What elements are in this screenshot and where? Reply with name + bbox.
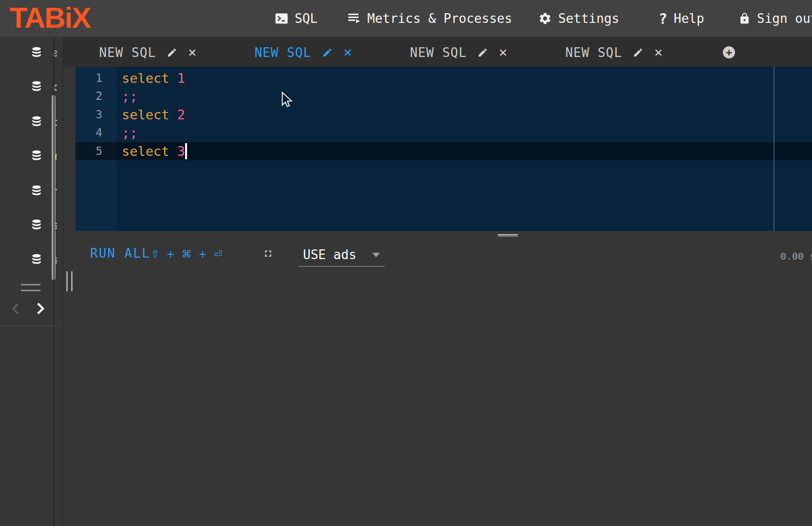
database-item[interactable]: s bbox=[0, 216, 57, 234]
database-item[interactable]: c bbox=[0, 78, 57, 95]
tab-label: NEW SQL bbox=[410, 45, 467, 60]
database-item[interactable]: n bbox=[0, 182, 57, 200]
tab-new-sql-4[interactable]: NEW SQL × bbox=[536, 38, 692, 67]
line-number: 4 bbox=[76, 124, 102, 142]
chevron-down-icon bbox=[372, 253, 380, 257]
question-mark-icon: ? bbox=[659, 10, 667, 27]
nav-help-label: Help bbox=[674, 11, 704, 26]
tab-new-sql-1[interactable]: NEW SQL × bbox=[70, 38, 226, 67]
nav-sql-label: SQL bbox=[295, 11, 318, 26]
close-icon[interactable]: × bbox=[188, 45, 196, 59]
nav-sql[interactable]: SQL bbox=[275, 0, 318, 37]
code-text: select 1 bbox=[122, 69, 185, 87]
database-icon bbox=[30, 253, 43, 266]
code-text: ;; bbox=[122, 87, 138, 105]
chevron-right-icon[interactable] bbox=[36, 302, 45, 317]
close-icon[interactable]: × bbox=[343, 45, 352, 59]
edit-pencil-icon[interactable] bbox=[633, 47, 643, 58]
code-text: select 3 bbox=[122, 142, 185, 160]
tab-new-sql-2-active[interactable]: NEW SQL × bbox=[226, 38, 381, 67]
line-number: 2 bbox=[76, 87, 102, 105]
run-shortcut-hint: ⇧ + ⌘ + ⏎ bbox=[151, 248, 222, 260]
mouse-pointer-icon bbox=[281, 92, 293, 109]
database-sidebar: a c c m n s s bbox=[0, 37, 57, 526]
database-icon bbox=[30, 150, 43, 162]
line-number: 3 bbox=[76, 106, 102, 124]
editor-line: 1 select 1 bbox=[76, 69, 812, 87]
edit-pencil-icon[interactable] bbox=[322, 47, 333, 58]
use-database-value: USE ads bbox=[303, 247, 357, 262]
nav-help[interactable]: ? Help bbox=[659, 0, 704, 37]
database-icon bbox=[30, 115, 43, 128]
header: TABiX SQL Metrics & Processes Settings ?… bbox=[0, 0, 812, 37]
close-icon[interactable]: × bbox=[499, 45, 507, 59]
use-database-select[interactable]: USE ads bbox=[298, 244, 385, 267]
nav-metrics-processes[interactable]: Metrics & Processes bbox=[347, 0, 512, 37]
sql-editor[interactable]: 1 select 1 2 ;; 3 select 2 4 ;; 5 select… bbox=[76, 67, 812, 231]
query-tab-bar: NEW SQL × NEW SQL × NEW SQL × NEW SQL × … bbox=[63, 38, 812, 67]
nav-sign-out[interactable]: Sign out bbox=[738, 0, 812, 37]
nav-signout-label: Sign out bbox=[757, 11, 812, 26]
nav-settings[interactable]: Settings bbox=[538, 0, 619, 37]
tab-label: NEW SQL bbox=[565, 45, 622, 60]
gear-icon bbox=[538, 12, 552, 25]
sidebar-border bbox=[54, 37, 55, 526]
database-item[interactable]: a bbox=[0, 44, 57, 61]
query-toolbar: RUN ALL ⇧ + ⌘ + ⏎ USE ads 0.00 s bbox=[63, 231, 812, 275]
line-number: 1 bbox=[76, 69, 102, 87]
code-text: select 2 bbox=[122, 106, 185, 124]
sidebar-resize-handle[interactable] bbox=[21, 290, 40, 291]
plus-icon: + bbox=[726, 47, 732, 58]
database-icon bbox=[30, 80, 43, 93]
tab-label: NEW SQL bbox=[254, 45, 311, 60]
lock-icon bbox=[738, 12, 751, 25]
database-item[interactable]: c bbox=[0, 113, 57, 131]
editor-line: 2 ;; bbox=[76, 87, 812, 105]
database-icon bbox=[30, 46, 43, 59]
edit-pencil-icon[interactable] bbox=[167, 47, 177, 58]
database-item[interactable]: s bbox=[0, 251, 57, 268]
database-icon bbox=[30, 185, 43, 197]
close-icon[interactable]: × bbox=[654, 45, 662, 59]
chevron-left-icon[interactable] bbox=[12, 303, 19, 317]
editor-line: 4 ;; bbox=[76, 124, 812, 142]
database-icon bbox=[30, 219, 43, 231]
run-all-button[interactable]: RUN ALL bbox=[90, 246, 151, 261]
editor-resize-grip[interactable] bbox=[498, 234, 518, 237]
database-item[interactable]: m bbox=[0, 147, 57, 165]
terminal-icon bbox=[275, 13, 288, 24]
tabix-app: { "header": { "logo": "TABiX", "nav": [ … bbox=[0, 0, 812, 526]
editor-line: 3 select 2 bbox=[76, 106, 812, 124]
sidebar-bottom-divider bbox=[0, 325, 57, 326]
add-tab-button[interactable]: + bbox=[723, 46, 735, 58]
nav-metrics-label: Metrics & Processes bbox=[367, 11, 512, 26]
text-cursor bbox=[185, 143, 187, 159]
process-list-icon bbox=[347, 12, 361, 25]
query-timer: 0.00 s bbox=[780, 250, 812, 262]
code-text: ;; bbox=[122, 124, 138, 142]
line-number: 5 bbox=[76, 142, 102, 160]
fullscreen-icon[interactable] bbox=[263, 248, 273, 261]
sidebar-resize-handle[interactable] bbox=[21, 284, 40, 285]
edit-pencil-icon[interactable] bbox=[477, 47, 488, 58]
tab-new-sql-3[interactable]: NEW SQL × bbox=[381, 38, 536, 67]
panel-border bbox=[63, 37, 63, 526]
tab-label: NEW SQL bbox=[99, 45, 156, 60]
app-logo: TABiX bbox=[10, 1, 91, 35]
nav-settings-label: Settings bbox=[558, 11, 619, 26]
